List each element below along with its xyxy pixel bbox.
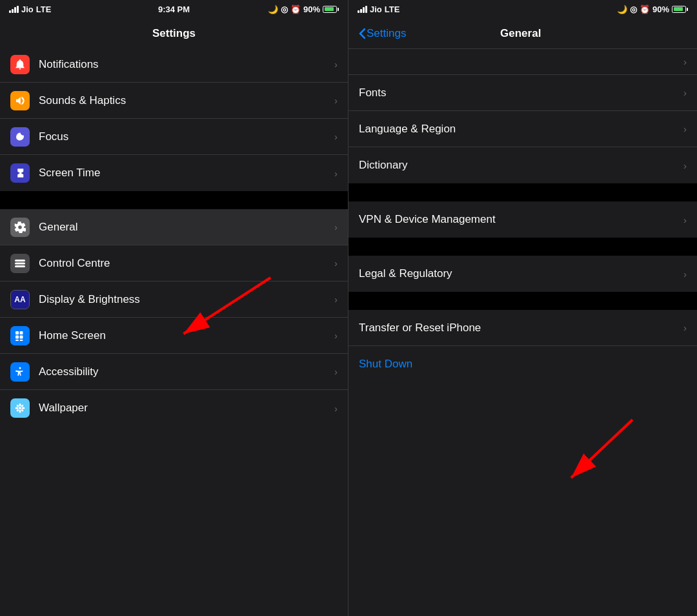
carrier-label-right: Jio: [370, 5, 382, 14]
aa-icon: AA: [14, 295, 25, 304]
item-language-region[interactable]: Language & Region ›: [348, 111, 697, 147]
svg-rect-4: [20, 331, 23, 334]
item-fonts[interactable]: Fonts ›: [348, 75, 697, 111]
item-legal[interactable]: Legal & Regulatory ›: [348, 256, 697, 292]
controlcentre-label: Control Centre: [39, 257, 329, 270]
svg-rect-2: [15, 265, 25, 267]
sidebar-item-general[interactable]: General ›: [0, 209, 348, 245]
gear-icon: [14, 221, 26, 233]
signal-icon: [9, 5, 19, 13]
network-label: LTE: [36, 5, 52, 14]
bell-icon: [14, 59, 26, 70]
transfer-reset-label: Transfer or Reset iPhone: [359, 322, 678, 334]
hourglass-icon: [14, 167, 26, 179]
svg-rect-0: [15, 260, 25, 262]
general-nav-header: Settings General: [348, 18, 697, 49]
settings-page-title: Settings: [0, 18, 348, 46]
dictionary-chevron: ›: [683, 160, 687, 171]
sidebar-item-wallpaper[interactable]: Wallpaper ›: [0, 390, 348, 426]
sounds-icon-bg: [10, 91, 30, 110]
general-chevron: ›: [334, 221, 338, 232]
section-gap-r3: [348, 292, 697, 310]
settings-list-right: › Fonts › Language & Region › Dictionary…: [348, 49, 697, 616]
sidebar-item-control-centre[interactable]: Control Centre ›: [0, 245, 348, 282]
dictionary-label: Dictionary: [359, 159, 678, 172]
sidebar-item-notifications[interactable]: Notifications ›: [0, 46, 348, 83]
back-button[interactable]: Settings: [359, 27, 406, 40]
item-dictionary[interactable]: Dictionary ›: [348, 147, 697, 183]
moon-icon-right: 🌙: [617, 5, 627, 14]
svg-rect-5: [15, 335, 19, 338]
carrier-label: Jio: [21, 5, 34, 14]
wallpaper-icon-bg: [10, 398, 30, 418]
svg-point-13: [15, 407, 19, 409]
right-panel: Jio LTE 9:34 PM 9:34 PM 🌙 ◎ ⏰ 90% Settin…: [348, 0, 697, 616]
status-icons-right: 🌙 ◎ ⏰ 90%: [617, 5, 688, 14]
battery-icon-left: [323, 6, 339, 13]
time-left: 9:34 PM: [158, 5, 190, 14]
status-bar-left: Jio LTE 9:34 PM 🌙 ◎ ⏰ 90%: [0, 0, 348, 18]
homescreen-icon-bg: [10, 326, 30, 345]
svg-rect-1: [15, 262, 25, 264]
focus-label: Focus: [39, 130, 329, 143]
toggle-icon: [14, 258, 26, 269]
moon-status-icon: 🌙: [268, 5, 278, 14]
general-icon-bg: [10, 218, 30, 237]
general-page-title: General: [406, 27, 635, 40]
accessibility-chevron: ›: [334, 366, 338, 377]
section-gap-1: [0, 191, 348, 209]
display-label: Display & Brightness: [39, 293, 329, 306]
svg-point-9: [19, 367, 21, 369]
sidebar-item-focus[interactable]: Focus ›: [0, 119, 348, 155]
svg-point-15: [16, 404, 19, 407]
battery-percent-left: 90%: [303, 5, 320, 14]
loc-icon-right: ◎: [630, 5, 637, 14]
sounds-label: Sounds & Haptics: [39, 94, 329, 107]
display-icon-bg: AA: [10, 290, 30, 309]
sidebar-item-homescreen[interactable]: Home Screen ›: [0, 318, 348, 354]
wallpaper-label: Wallpaper: [39, 402, 329, 415]
wallpaper-chevron: ›: [334, 403, 338, 414]
screentime-chevron: ›: [334, 168, 338, 179]
item-vpn[interactable]: VPN & Device Management ›: [348, 201, 697, 238]
fonts-label: Fonts: [359, 87, 678, 99]
item-transfer-reset[interactable]: Transfer or Reset iPhone ›: [348, 310, 697, 346]
left-panel: Jio LTE 9:34 PM 🌙 ◎ ⏰ 90% Settings: [0, 0, 348, 616]
svg-rect-3: [15, 331, 19, 334]
homescreen-label: Home Screen: [39, 329, 329, 342]
svg-point-18: [16, 409, 19, 412]
section-legal: Legal & Regulatory ›: [348, 256, 697, 292]
sidebar-item-screentime[interactable]: Screen Time ›: [0, 155, 348, 191]
moon-icon: [14, 131, 26, 143]
location-status-icon: ◎: [281, 5, 288, 14]
legal-label: Legal & Regulatory: [359, 267, 678, 280]
notifications-label: Notifications: [39, 58, 329, 71]
sidebar-item-accessibility[interactable]: Accessibility ›: [0, 354, 348, 390]
controlcentre-chevron: ›: [334, 258, 338, 269]
sidebar-item-sounds[interactable]: Sounds & Haptics ›: [0, 83, 348, 119]
svg-point-12: [19, 410, 21, 413]
vpn-label: VPN & Device Management: [359, 213, 678, 226]
shutdown-label: Shut Down: [359, 358, 687, 371]
section-fonts-group: Fonts › Language & Region › Dictionary ›: [348, 75, 697, 183]
svg-rect-7: [15, 340, 19, 341]
settings-list-left: Notifications › Sounds & Haptics › Focus…: [0, 46, 348, 616]
svg-rect-6: [20, 335, 23, 338]
sidebar-item-display[interactable]: AA Display & Brightness ›: [0, 282, 348, 318]
section-gap-r2: [348, 238, 697, 256]
speaker-icon: [14, 95, 26, 107]
truncated-item[interactable]: ›: [348, 49, 697, 75]
section-second: General › Control Centre › AA Display & …: [0, 209, 348, 426]
display-chevron: ›: [334, 294, 338, 305]
status-bar-right-icons: 🌙 ◎ ⏰ 90%: [268, 5, 339, 14]
alarm-status-icon: ⏰: [290, 5, 301, 14]
svg-point-16: [21, 409, 24, 412]
signal-icon-right: [358, 5, 367, 13]
svg-rect-8: [20, 340, 23, 341]
flower-icon: [14, 402, 26, 414]
accessibility-label: Accessibility: [39, 365, 329, 378]
section-transfer: Transfer or Reset iPhone › Shut Down: [348, 310, 697, 382]
item-shutdown[interactable]: Shut Down: [348, 346, 697, 382]
svg-point-10: [19, 407, 21, 409]
status-bar-right-left: Jio LTE: [358, 5, 399, 14]
